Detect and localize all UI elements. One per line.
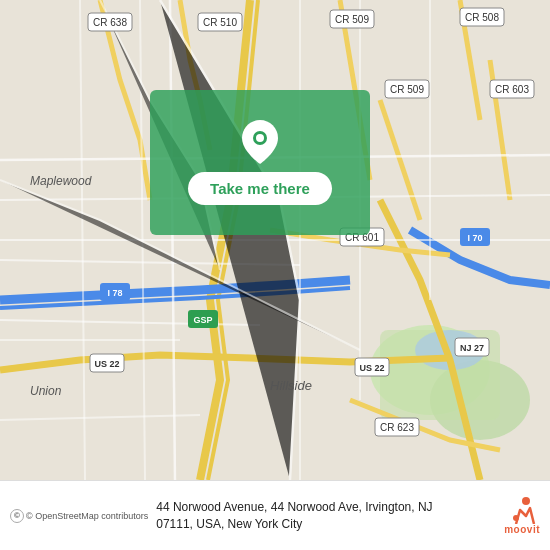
osm-credit: © © OpenStreetMap contributors	[10, 509, 148, 523]
info-bar: © © OpenStreetMap contributors 44 Norwoo…	[0, 480, 550, 550]
address-line2: 07111, USA, New York City	[156, 517, 302, 531]
svg-text:US 22: US 22	[94, 359, 119, 369]
moovit-icon	[508, 496, 536, 524]
moovit-logo: moovit	[504, 496, 540, 535]
osm-text: © OpenStreetMap contributors	[26, 511, 148, 521]
svg-text:US 22: US 22	[359, 363, 384, 373]
address-line1: 44 Norwood Avenue, 44 Norwood Ave, Irvin…	[156, 500, 432, 514]
svg-text:I 78: I 78	[107, 288, 122, 298]
svg-point-51	[522, 497, 530, 505]
svg-text:GSP: GSP	[193, 315, 212, 325]
svg-text:CR 510: CR 510	[203, 17, 237, 28]
svg-text:Union: Union	[30, 384, 62, 398]
svg-text:NJ 27: NJ 27	[460, 343, 484, 353]
map-container: CR 638 CR 510 CR 509 CR 508 CR 509 CR 60…	[0, 0, 550, 480]
svg-text:CR 623: CR 623	[380, 422, 414, 433]
moovit-brand-text: moovit	[504, 524, 540, 535]
svg-text:I 70: I 70	[467, 233, 482, 243]
svg-point-52	[513, 515, 519, 521]
svg-text:CR 509: CR 509	[390, 84, 424, 95]
svg-text:CR 638: CR 638	[93, 17, 127, 28]
navigation-overlay: Take me there	[150, 90, 370, 235]
map-pin-icon	[242, 120, 278, 164]
svg-text:Maplewood: Maplewood	[30, 174, 92, 188]
take-me-there-button[interactable]: Take me there	[188, 172, 332, 205]
osm-icon: ©	[10, 509, 24, 523]
svg-text:CR 508: CR 508	[465, 12, 499, 23]
address-block: 44 Norwood Avenue, 44 Norwood Ave, Irvin…	[156, 499, 492, 533]
svg-text:CR 509: CR 509	[335, 14, 369, 25]
svg-text:Hillside: Hillside	[270, 378, 312, 393]
svg-point-50	[256, 134, 264, 142]
svg-text:CR 603: CR 603	[495, 84, 529, 95]
